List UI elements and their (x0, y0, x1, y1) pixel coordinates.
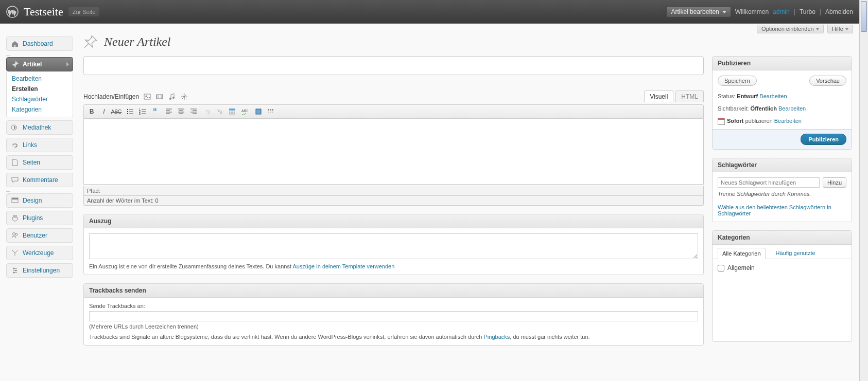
svg-rect-24 (256, 109, 261, 114)
svg-rect-26 (270, 109, 271, 111)
editor-path: Pfad: (83, 186, 704, 196)
admin-sidebar: Dashboard Artikel Bearbeiten Erstellen S… (0, 33, 76, 364)
submenu-item-schlagworter[interactable]: Schlagwörter (7, 94, 73, 104)
view-site-link[interactable]: Zur Seite (68, 7, 100, 16)
trackbacks-multi-hint: (Mehrere URLs durch Leerzeichen trennen) (89, 323, 698, 330)
italic-button[interactable]: I (98, 106, 110, 117)
spellcheck-button[interactable]: ABC (239, 106, 250, 117)
chevron-right-icon (66, 62, 69, 66)
welcome-text: Willkommen (735, 8, 769, 15)
post-content-editor[interactable] (83, 119, 704, 185)
add-image-icon[interactable] (143, 93, 151, 101)
align-left-button[interactable] (163, 106, 175, 117)
publish-box: Publizieren Speichern Vorschau Status: E… (712, 56, 852, 150)
tab-popular-categories[interactable]: Häufig genutzte (772, 248, 820, 259)
edit-schedule-link[interactable]: Bearbeiten (774, 118, 802, 124)
add-tag-button[interactable]: Hinzu (823, 177, 846, 188)
align-center-button[interactable] (176, 106, 187, 117)
browser-scrollbar[interactable] (859, 0, 868, 381)
tab-html[interactable]: HTML (675, 90, 704, 102)
blockquote-button[interactable]: “ (149, 106, 161, 117)
publish-visibility-row: Sichtbarkeit: Öffentlich Bearbeiten (713, 103, 852, 116)
logout-link[interactable]: Abmelden (825, 8, 853, 15)
category-checkbox-allgemein[interactable] (718, 265, 724, 271)
preview-button[interactable]: Vorschau (809, 76, 846, 86)
menu-item-seiten[interactable]: Seiten (6, 155, 73, 170)
excerpt-textarea[interactable] (89, 233, 698, 259)
add-media-icon[interactable] (180, 93, 188, 101)
svg-point-7 (15, 270, 17, 271)
home-icon (11, 40, 19, 48)
align-right-button[interactable] (188, 106, 199, 117)
trackbacks-heading: Trackbacks senden (84, 284, 703, 298)
menu-separator[interactable] (6, 190, 73, 193)
bullet-list-button[interactable] (125, 106, 136, 117)
link-button[interactable] (202, 106, 213, 117)
site-title[interactable]: Testseite (24, 5, 63, 19)
submenu-item-erstellen[interactable]: Erstellen (7, 84, 73, 94)
menu-item-einstellungen[interactable]: Einstellungen (6, 263, 73, 278)
svg-text:ABC: ABC (241, 109, 248, 113)
menu-item-plugins[interactable]: Plugins (6, 211, 73, 225)
menu-item-mediathek[interactable]: Mediathek (6, 120, 73, 135)
favorite-actions-label: Artikel bearbeiten (671, 8, 719, 15)
page-heading-row: Neuer Artikel (83, 34, 852, 49)
submenu-item-bearbeiten[interactable]: Bearbeiten (7, 74, 73, 84)
menu-item-kommentare[interactable]: Kommentare (6, 173, 73, 187)
tab-all-categories[interactable]: Alle Kategorien (718, 248, 766, 259)
menu-item-dashboard[interactable]: Dashboard (6, 37, 73, 51)
svg-rect-30 (272, 112, 273, 113)
scrollbar-thumb[interactable] (861, 1, 867, 32)
unlink-button[interactable] (214, 106, 225, 117)
media-upload-label: Hochladen/Einfügen (83, 93, 139, 100)
excerpt-hint-link[interactable]: Auszüge in deinem Template verwenden (292, 263, 394, 269)
chevron-down-icon (845, 28, 848, 30)
svg-rect-3 (12, 198, 18, 199)
help-toggle[interactable]: Hilfe (827, 25, 853, 33)
submenu-artikel: Bearbeiten Erstellen Schlagwörter Katego… (6, 71, 73, 117)
new-tag-input[interactable] (718, 177, 820, 188)
post-title-input[interactable] (83, 56, 704, 75)
strikethrough-button[interactable]: ABC (111, 106, 122, 117)
trackbacks-desc-pre: Trackbacks sind Signale an ältere Blogsy… (89, 334, 484, 340)
save-draft-button[interactable]: Speichern (718, 76, 757, 86)
tags-box: Schlagwörter Hinzu Trenne Schlagwörter d… (712, 158, 852, 222)
popular-tags-link[interactable]: Wähle aus den beliebtesten Schlagwörtern… (718, 204, 831, 216)
favorite-actions-dropdown[interactable]: Artikel bearbeiten (666, 6, 731, 17)
screen-options-toggle[interactable]: Optionen einblenden (757, 25, 824, 33)
editor-toolbar: B I ABC 123 “ ABC (83, 104, 704, 119)
add-audio-icon[interactable] (168, 93, 176, 101)
turbo-link[interactable]: Turbo (800, 8, 815, 15)
menu-item-design[interactable]: Design (6, 193, 73, 208)
page-title: Neuer Artikel (104, 35, 171, 49)
svg-point-14 (183, 96, 185, 98)
svg-rect-21 (229, 108, 235, 111)
fullscreen-button[interactable] (253, 106, 264, 117)
more-tag-button[interactable] (227, 106, 238, 117)
categories-heading: Kategorien (713, 231, 852, 245)
submenu-item-kategorien[interactable]: Kategorien (7, 104, 73, 115)
publish-button[interactable]: Publizieren (801, 134, 846, 145)
trackbacks-label: Sende Trackbacks an: (89, 303, 698, 309)
category-item-allgemein[interactable]: Allgemein (718, 264, 846, 271)
edit-status-link[interactable]: Bearbeiten (759, 93, 787, 99)
profile-link[interactable]: admin (773, 8, 790, 15)
menu-item-werkzeuge[interactable]: Werkzeuge (6, 246, 73, 260)
svg-rect-27 (272, 109, 273, 111)
add-video-icon[interactable] (155, 93, 164, 101)
publish-heading: Publizieren (713, 57, 852, 70)
appearance-icon (11, 196, 19, 205)
menu-item-benutzer[interactable]: Benutzer (6, 228, 73, 243)
excerpt-box: Auszug Ein Auszug ist eine von dir erste… (83, 214, 704, 275)
trackbacks-input[interactable] (89, 311, 698, 321)
edit-visibility-link[interactable]: Bearbeiten (778, 105, 806, 112)
menu-item-links[interactable]: Links (6, 138, 73, 152)
menu-item-artikel[interactable]: Artikel (6, 57, 73, 71)
tab-visual[interactable]: Visuell (644, 90, 673, 102)
svg-point-4 (13, 233, 15, 235)
pingbacks-link[interactable]: Pingbacks (484, 334, 510, 340)
svg-point-17 (127, 113, 128, 114)
bold-button[interactable]: B (86, 106, 97, 117)
kitchen-sink-button[interactable] (265, 106, 276, 117)
ordered-list-button[interactable]: 123 (137, 106, 148, 117)
